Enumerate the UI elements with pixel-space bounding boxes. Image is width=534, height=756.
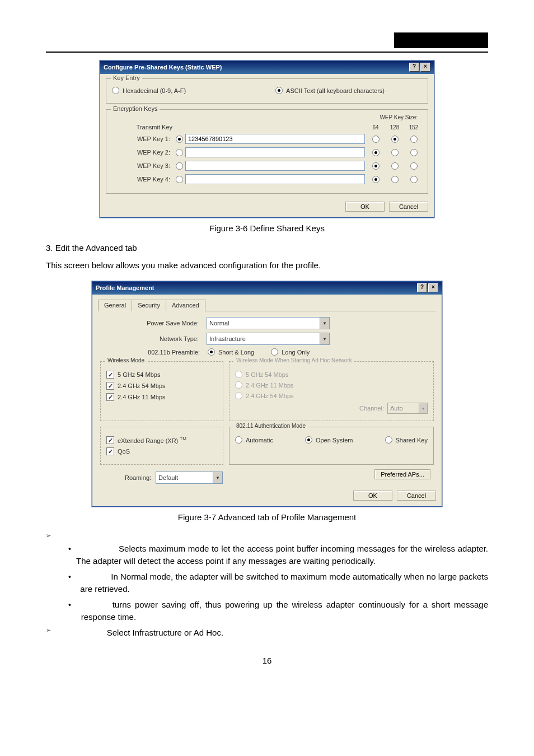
chevron-down-icon: ▼ <box>320 333 329 344</box>
wep3-size-64[interactable] <box>372 162 380 170</box>
label-5ghz-54: 5 GHz 54 Mbps <box>118 371 160 378</box>
adhoc-title: Wireless Mode When Starting Ad Hoc Netwo… <box>234 357 354 363</box>
chk-24ghz-54[interactable] <box>106 382 114 390</box>
radio-adhoc-24-11 <box>235 381 242 389</box>
ok-button-2[interactable]: OK <box>353 491 392 501</box>
channel-select: Auto ▼ <box>387 403 428 414</box>
label-xr: eXtended Range (XR) TM <box>118 436 186 444</box>
dialog-preshared-keys: Configure Pre-Shared Keys (Static WEP) ?… <box>100 60 434 218</box>
chevron-down-icon: ▼ <box>419 403 427 413</box>
close-button-2[interactable]: × <box>428 283 438 292</box>
wep2-size-152[interactable] <box>410 149 418 156</box>
titlebar-profile: Profile Management ? × <box>92 282 442 295</box>
label-ascii: ASCII Text (all keyboard characters) <box>286 87 385 94</box>
wep1-size-64[interactable] <box>372 136 380 143</box>
label-auth-open: Open System <box>316 437 353 444</box>
chevron-down-icon: ▼ <box>213 472 222 483</box>
cancel-button-1[interactable]: Cancel <box>389 202 428 212</box>
group-xr-qos: eXtended Range (XR) TM QoS <box>100 427 223 465</box>
wep4-size-128[interactable] <box>391 176 399 183</box>
channel-label: Channel: <box>359 405 384 412</box>
transmit-radio-4[interactable] <box>176 176 183 183</box>
transmit-radio-2[interactable] <box>176 149 183 156</box>
wep-key2-input[interactable] <box>185 147 365 157</box>
wep-key4-input[interactable] <box>185 174 365 184</box>
wep-key1-label: WEP Key 1: <box>112 136 174 142</box>
chk-xr[interactable] <box>106 436 114 444</box>
wep-key4-label: WEP Key 4: <box>112 176 174 183</box>
wep1-size-152[interactable] <box>410 136 418 143</box>
dialog-profile-management: Profile Management ? × General Security … <box>92 281 442 507</box>
roaming-value: Default <box>158 474 178 481</box>
wep2-size-128[interactable] <box>391 149 399 156</box>
wep3-size-128[interactable] <box>391 162 399 170</box>
transmit-radio-1[interactable] <box>176 136 183 143</box>
transmit-key-label: Transmit Key <box>112 124 176 130</box>
power-save-select[interactable]: Normal ▼ <box>207 317 330 329</box>
col-152: 152 <box>405 124 422 130</box>
bullet-text-3: turns power saving off, thus powering up… <box>81 599 488 623</box>
label-24ghz-11: 2.4 GHz 11 Mbps <box>118 394 166 400</box>
tab-security[interactable]: Security <box>132 300 166 311</box>
tab-general[interactable]: General <box>98 300 132 311</box>
group-title-key-entry: Key Entry <box>111 74 142 81</box>
wep-key3-label: WEP Key 3: <box>112 162 174 169</box>
tabs-row: General Security Advanced <box>98 299 436 311</box>
wep-key3-input[interactable] <box>185 161 365 171</box>
label-24ghz-54: 2.4 GHz 54 Mbps <box>118 382 166 389</box>
wep3-size-152[interactable] <box>410 162 418 170</box>
wep2-size-64[interactable] <box>372 149 380 156</box>
radio-auth-shared[interactable] <box>385 436 392 444</box>
group-auth-mode: 802.11 Authentication Mode Automatic Ope… <box>229 427 434 465</box>
radio-auth-auto[interactable] <box>235 436 242 444</box>
wep1-size-128[interactable] <box>391 136 399 143</box>
label-short-long: Short & Long <box>218 349 254 356</box>
figure-caption-1: Figure 3-6 Define Shared Keys <box>46 223 488 233</box>
chk-5ghz-54[interactable] <box>106 371 114 379</box>
channel-value: Auto <box>390 405 403 412</box>
page-number: 16 <box>46 656 488 665</box>
tab-advanced[interactable]: Advanced <box>166 300 205 311</box>
network-type-value: Infrastructure <box>209 335 246 342</box>
label-hex: Hexadecimal (0-9, A-F) <box>123 87 186 94</box>
step-3-line: 3. Edit the Advanced tab <box>46 243 488 253</box>
group-adhoc-mode: Wireless Mode When Starting Ad Hoc Netwo… <box>229 361 434 421</box>
transmit-radio-3[interactable] <box>176 162 183 170</box>
disc-bullet-icon: • <box>68 571 80 583</box>
chk-24ghz-11[interactable] <box>106 393 114 401</box>
titlebar-title: Configure Pre-Shared Keys (Static WEP) <box>104 64 222 71</box>
wep4-size-152[interactable] <box>410 176 418 183</box>
network-type-select[interactable]: Infrastructure ▼ <box>207 333 330 345</box>
col-64: 64 <box>367 124 384 130</box>
close-button[interactable]: × <box>420 63 430 72</box>
bullet-text-4: Select Infrastructure or Ad Hoc. <box>55 627 223 639</box>
wep-key1-input[interactable] <box>185 134 365 144</box>
radio-short-long[interactable] <box>208 348 215 356</box>
roaming-select[interactable]: Default ▼ <box>156 472 223 484</box>
cancel-button-2[interactable]: Cancel <box>397 491 436 501</box>
radio-ascii[interactable] <box>275 87 283 94</box>
label-auth-auto: Automatic <box>246 437 273 444</box>
help-button[interactable]: ? <box>409 63 419 72</box>
preamble-label: 802.11b Preamble: <box>108 349 204 356</box>
disc-bullet-icon: • <box>68 543 76 555</box>
radio-long-only[interactable] <box>271 348 278 356</box>
help-button-2[interactable]: ? <box>417 283 427 292</box>
wep4-size-64[interactable] <box>372 176 380 183</box>
disc-bullet-icon: • <box>68 599 81 611</box>
col-128: 128 <box>386 124 403 130</box>
label-auth-shared: Shared Key <box>396 437 428 444</box>
network-type-label: Network Type: <box>108 335 203 342</box>
radio-auth-open[interactable] <box>305 436 312 444</box>
radio-hex[interactable] <box>112 87 119 94</box>
group-key-entry: Key Entry Hexadecimal (0-9, A-F) ASCII T… <box>106 78 428 104</box>
chk-qos[interactable] <box>106 447 114 455</box>
label-long-only: Long Only <box>282 349 310 356</box>
wep-key-size-label: WEP Key Size: <box>380 114 422 120</box>
bullet-text-2: In Normal mode, the adapter will be swit… <box>80 571 488 595</box>
wireless-mode-title: Wireless Mode <box>105 357 147 363</box>
preferred-aps-button[interactable]: Preferred APs... <box>374 469 430 479</box>
header-black-bar <box>394 32 488 48</box>
ok-button-1[interactable]: OK <box>345 202 385 212</box>
radio-adhoc-24-54 <box>235 392 242 399</box>
